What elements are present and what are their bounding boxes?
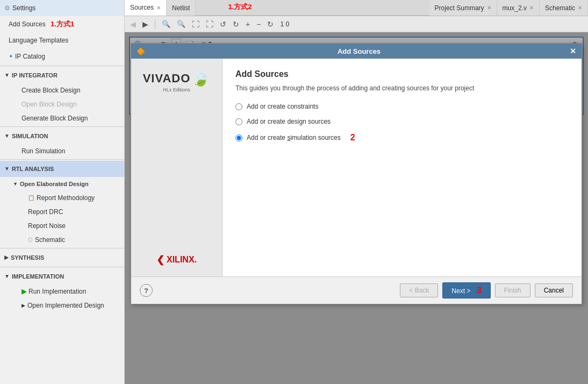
radio-design[interactable] bbox=[235, 118, 242, 125]
vivado-text: VIVADO bbox=[143, 72, 191, 86]
gear-icon: ⚙ bbox=[4, 2, 10, 14]
open-impl-arrow: ▶ bbox=[21, 300, 25, 311]
radio-option-design[interactable]: Add or create design sources bbox=[235, 118, 569, 125]
dialog-body: VIVADO 🍃 HLx Editions ❮ XILINX. bbox=[131, 59, 582, 276]
nav-forward-btn[interactable]: ▶ bbox=[140, 19, 150, 30]
next-button[interactable]: Next > 3 bbox=[442, 282, 490, 298]
sidebar-item-run-simulation[interactable]: Run Simulation bbox=[0, 144, 124, 158]
radio-simulation-label: Add or create simulation sources bbox=[247, 134, 341, 141]
ip-integrator-arrow: ▼ bbox=[4, 69, 10, 81]
zoom-in-btn[interactable]: 🔍 bbox=[160, 19, 173, 29]
tab-project-summary[interactable]: Project Summary ✕ bbox=[429, 0, 497, 16]
dialog-description: This guides you through the process of a… bbox=[235, 84, 569, 92]
dialog-main-title: Add Sources bbox=[235, 69, 569, 79]
radio-option-simulation[interactable]: Add or create simulation sources 2 bbox=[235, 133, 569, 143]
annotation-num-3: 3 bbox=[477, 286, 482, 295]
add-sources-dialog: 🔶 Add Sources ✕ VIVADO 🍃 HLx Editions bbox=[131, 43, 582, 304]
report-noise-label: Report Noise bbox=[28, 221, 66, 231]
schematic-close[interactable]: ✕ bbox=[578, 5, 582, 11]
sidebar-section-synthesis[interactable]: ▶ SYNTHESIS bbox=[0, 250, 124, 266]
sidebar-item-report-methodology[interactable]: 📋 Report Methodology bbox=[0, 191, 124, 205]
rtl-arrow: ▼ bbox=[4, 163, 10, 175]
open-block-design-label: Open Block Design bbox=[21, 99, 77, 110]
implementation-arrow: ▼ bbox=[4, 271, 10, 282]
sidebar-item-open-implemented-design[interactable]: ▶ Open Implemented Design bbox=[0, 298, 124, 312]
nav-back-btn[interactable]: ◀ bbox=[128, 19, 138, 30]
mux2v-tab-label: mux_2.v bbox=[503, 4, 527, 12]
sidebar-item-language-templates[interactable]: Language Templates bbox=[0, 32, 124, 48]
sidebar-item-settings[interactable]: ⚙ Settings bbox=[0, 0, 124, 16]
sources-tab-label: Sources bbox=[130, 4, 154, 11]
nav-plus-btn[interactable]: + bbox=[243, 19, 252, 30]
sidebar-item-report-noise[interactable]: Report Noise bbox=[0, 219, 124, 233]
sidebar-item-generate-block-design[interactable]: Generate Block Design bbox=[0, 111, 124, 125]
sidebar-item-open-block-design[interactable]: Open Block Design bbox=[0, 97, 124, 111]
fit-btn[interactable]: ⛶ bbox=[190, 19, 202, 30]
sidebar-section-implementation[interactable]: ▼ IMPLEMENTATION bbox=[0, 268, 124, 285]
main-area: Sources ✕ Netlist 1.方式2 Project Summary … bbox=[125, 0, 588, 384]
tab-sources[interactable]: Sources ✕ bbox=[125, 0, 167, 16]
ip-integrator-label: IP INTEGRATOR bbox=[12, 69, 58, 81]
next-label: Next > bbox=[451, 287, 470, 295]
sidebar-add-sources-label: Add Sources bbox=[9, 20, 46, 28]
radio-constraints-label: Add or create constraints bbox=[247, 103, 318, 110]
sidebar-item-report-drc[interactable]: Report DRC bbox=[0, 205, 124, 219]
report-methodology-icon: 📋 bbox=[28, 193, 34, 203]
sidebar-settings-label: Settings bbox=[12, 2, 35, 14]
sidebar-item-ip-catalog[interactable]: ✦ IP Catalog bbox=[0, 48, 124, 65]
vivado-logo: VIVADO 🍃 HLx Editions bbox=[143, 69, 211, 93]
project-summary-close[interactable]: ✕ bbox=[487, 5, 491, 11]
sidebar-section-rtl-analysis[interactable]: ▼ RTL ANALYSIS bbox=[0, 161, 124, 177]
nav-number: 1 0 bbox=[278, 20, 291, 28]
rotate-left-btn[interactable]: ↺ bbox=[218, 19, 228, 30]
tab-schematic[interactable]: Schematic ✕ bbox=[540, 0, 588, 16]
sidebar-section-simulation[interactable]: ▼ SIMULATION bbox=[0, 128, 124, 144]
dialog-close-btn[interactable]: ✕ bbox=[570, 47, 576, 55]
tab-mux2v[interactable]: mux_2.v ✕ bbox=[497, 0, 540, 16]
radio-simulation[interactable] bbox=[235, 134, 242, 141]
dialog-title-icon: 🔶 bbox=[137, 47, 145, 55]
back-button[interactable]: < Back bbox=[400, 283, 438, 297]
top-tab-bar: Sources ✕ Netlist 1.方式2 Project Summary … bbox=[125, 0, 588, 16]
sidebar-section-ip-integrator[interactable]: ▼ IP INTEGRATOR bbox=[0, 67, 124, 83]
radio-constraints[interactable] bbox=[235, 103, 242, 110]
annotation-1: 1.方式1 bbox=[51, 20, 74, 28]
generate-block-design-label: Generate Block Design bbox=[21, 113, 88, 124]
report-drc-label: Report DRC bbox=[28, 207, 63, 217]
schematic-label: Schematic bbox=[35, 234, 65, 245]
nav-minus-btn[interactable]: − bbox=[254, 19, 263, 30]
create-block-design-label: Create Block Design bbox=[21, 85, 80, 96]
expand-btn[interactable]: ⛶ bbox=[204, 19, 216, 30]
xilinx-icon: ❮ bbox=[156, 254, 164, 266]
dialog-titlebar-label: Add Sources bbox=[338, 47, 381, 55]
elab-arrow: ▼ bbox=[13, 179, 18, 189]
project-summary-tab-label: Project Summary bbox=[435, 4, 484, 12]
annotation-2: 1.方式2 bbox=[228, 2, 252, 12]
sources-tab-close[interactable]: ✕ bbox=[156, 5, 161, 11]
finish-button[interactable]: Finish bbox=[495, 283, 530, 297]
ip-catalog-label: IP Catalog bbox=[15, 51, 45, 62]
help-button[interactable]: ? bbox=[140, 284, 153, 297]
schematic-tab-label: Schematic bbox=[545, 4, 575, 12]
dialog-titlebar: 🔶 Add Sources ✕ bbox=[131, 44, 582, 59]
zoom-out-btn[interactable]: 🔍 bbox=[175, 19, 188, 29]
nav-refresh-btn[interactable]: ↻ bbox=[265, 19, 276, 30]
rtl-analysis-label: RTL ANALYSIS bbox=[12, 163, 54, 175]
rotate-right-btn[interactable]: ↻ bbox=[231, 19, 241, 30]
xilinx-text: XILINX. bbox=[167, 255, 197, 265]
tab-netlist[interactable]: Netlist bbox=[167, 0, 196, 16]
sidebar-item-run-implementation[interactable]: ▶ Run Implementation bbox=[0, 285, 124, 298]
open-implemented-design-label: Open Implemented Design bbox=[27, 300, 104, 311]
mux2v-close[interactable]: ✕ bbox=[529, 5, 534, 11]
sidebar-item-open-elaborated-design[interactable]: ▼ Open Elaborated Design bbox=[0, 177, 124, 191]
report-methodology-label: Report Methodology bbox=[37, 193, 95, 203]
sidebar-item-create-block-design[interactable]: Create Block Design bbox=[0, 83, 124, 97]
sidebar-item-schematic[interactable]: ⬡ Schematic bbox=[0, 233, 124, 247]
synthesis-arrow: ▶ bbox=[4, 252, 9, 264]
sidebar-item-add-sources[interactable]: Add Sources 1.方式1 bbox=[0, 16, 124, 32]
cancel-button[interactable]: Cancel bbox=[535, 283, 573, 297]
open-elaborated-design-label: Open Elaborated Design bbox=[20, 179, 89, 189]
radio-option-constraints[interactable]: Add or create constraints bbox=[235, 103, 569, 110]
vivado-sub-text: HLx Editions bbox=[143, 87, 211, 93]
dialog-left-panel: VIVADO 🍃 HLx Editions ❮ XILINX. bbox=[131, 59, 223, 276]
